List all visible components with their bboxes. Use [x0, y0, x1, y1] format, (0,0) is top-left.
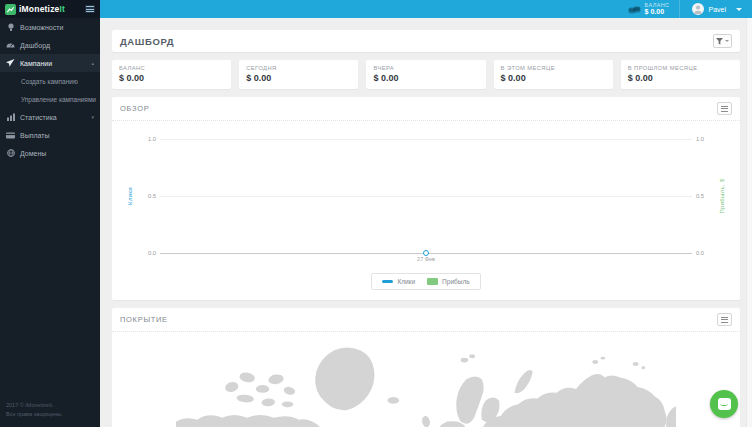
sidebar-item-label: Выплаты — [20, 132, 50, 139]
chat-widget-button[interactable] — [710, 390, 738, 418]
brand-name-accent: It — [60, 4, 66, 14]
credit-card-icon — [6, 132, 15, 139]
gauge-icon — [6, 41, 15, 49]
coins-icon — [628, 4, 641, 14]
stat-card-balance: БАЛАНС $ 0.00 — [112, 60, 231, 89]
overview-panel: ОБЗОР 1.0 0.5 0.0 1.0 0.5 0.0 Клики Приб… — [112, 97, 740, 300]
sidebar: iMonetizeIt Возможности Дашборд Кампании… — [0, 0, 100, 427]
chart-legend: Клики Прибыль — [371, 273, 480, 290]
chevron-down-icon: ▾ — [91, 115, 94, 120]
legend-label: Клики — [397, 278, 415, 285]
sidebar-toggle-icon[interactable] — [85, 5, 95, 13]
legend-item-profit[interactable]: Прибыль — [427, 278, 470, 285]
brand-logo[interactable]: iMonetizeIt — [0, 0, 100, 18]
page-header: ДАШБОРД — [112, 30, 740, 52]
stat-value: $ 0.00 — [246, 73, 351, 83]
sidebar-item-payouts[interactable]: Выплаты — [0, 126, 100, 144]
chevron-up-icon: ▴ — [91, 61, 94, 66]
sidebar-item-label: Дашборд — [20, 42, 50, 49]
overview-panel-header: ОБЗОР — [112, 97, 740, 121]
sidebar-item-campaigns[interactable]: Кампании ▴ — [0, 54, 100, 72]
stat-value: $ 0.00 — [628, 73, 733, 83]
sidebar-item-label: Статистика — [20, 114, 57, 121]
legend-row: Клики Прибыль — [112, 271, 740, 300]
clicks-swatch-icon — [382, 280, 393, 283]
sidebar-nav: Возможности Дашборд Кампании ▴ Создать к… — [0, 18, 100, 162]
funnel-icon — [716, 38, 723, 45]
brand-name: iMonetizeIt — [19, 4, 65, 14]
stat-value: $ 0.00 — [501, 73, 606, 83]
stat-value: $ 0.00 — [119, 73, 224, 83]
user-menu[interactable]: Pavel — [679, 0, 752, 18]
left-axis-title: Клики — [127, 187, 133, 205]
right-axis-title: Прибыль, $ — [719, 178, 725, 213]
stat-label: БАЛАНС — [119, 65, 224, 71]
chevron-down-icon — [725, 40, 729, 42]
legend-label: Прибыль — [442, 278, 470, 285]
right-axis-tick: 1.0 — [696, 136, 710, 142]
balance-widget[interactable]: БАЛАНС $ 0.00 — [618, 0, 680, 18]
gridline — [160, 196, 692, 197]
sidebar-subitem-create-campaign[interactable]: Создать кампанию — [0, 72, 100, 90]
globe-icon — [6, 149, 15, 157]
sidebar-item-opportunities[interactable]: Возможности — [0, 18, 100, 36]
paper-plane-icon — [6, 59, 15, 67]
right-axis-tick: 0.0 — [696, 250, 710, 256]
copyright-line: 2017 © iMonetizeIt. — [6, 401, 63, 410]
overview-chart: 1.0 0.5 0.0 1.0 0.5 0.0 Клики Прибыль, $… — [122, 121, 730, 271]
panel-menu-icon[interactable] — [717, 102, 732, 115]
coverage-map-container — [112, 332, 740, 427]
bulb-icon — [6, 23, 15, 32]
chevron-down-icon — [736, 8, 742, 11]
sidebar-footer: 2017 © iMonetizeIt. Все права защищены. — [6, 401, 63, 419]
world-map[interactable] — [176, 337, 676, 427]
sidebar-item-dashboard[interactable]: Дашборд — [0, 36, 100, 54]
sidebar-item-label: Кампании — [20, 60, 52, 67]
stat-card-last-month: В ПРОШЛОМ МЕСЯЦЕ $ 0.00 — [621, 60, 740, 89]
left-axis-tick: 1.0 — [142, 136, 156, 142]
gridline — [160, 139, 692, 140]
stat-card-this-month: В ЭТОМ МЕСЯЦЕ $ 0.00 — [494, 60, 613, 89]
stat-label: В ЭТОМ МЕСЯЦЕ — [501, 65, 606, 71]
chat-bubble-icon — [718, 398, 731, 410]
stats-row: БАЛАНС $ 0.00 СЕГОДНЯ $ 0.00 ВЧЕРА $ 0.0… — [112, 60, 740, 89]
overview-title: ОБЗОР — [120, 104, 149, 113]
x-axis-label: 27 Фев — [417, 256, 435, 262]
stat-label: В ПРОШЛОМ МЕСЯЦЕ — [628, 65, 733, 71]
sidebar-item-label: Возможности — [20, 24, 63, 31]
left-axis-tick: 0.5 — [142, 193, 156, 199]
balance-value: $ 0.00 — [645, 8, 670, 16]
panel-menu-icon[interactable] — [717, 313, 732, 326]
sidebar-subitem-label: Управление кампаниями — [21, 96, 96, 103]
stat-card-today: СЕГОДНЯ $ 0.00 — [239, 60, 358, 89]
coverage-panel-header: ПОКРЫТИЕ — [112, 308, 740, 332]
sidebar-item-domains[interactable]: Домены — [0, 144, 100, 162]
legend-item-clicks[interactable]: Клики — [382, 278, 415, 285]
rights-line: Все права защищены. — [6, 410, 63, 419]
scrollbar-track[interactable] — [746, 18, 752, 427]
topbar: БАЛАНС $ 0.00 Pavel — [100, 0, 752, 18]
page-title: ДАШБОРД — [120, 36, 174, 47]
stat-label: ВЧЕРА — [373, 65, 478, 71]
coverage-panel: ПОКРЫТИЕ — [112, 308, 740, 427]
sidebar-subitem-label: Создать кампанию — [21, 78, 78, 85]
avatar — [692, 3, 704, 15]
coverage-title: ПОКРЫТИЕ — [120, 315, 168, 324]
sidebar-item-label: Домены — [20, 150, 46, 157]
main-content: ДАШБОРД БАЛАНС $ 0.00 СЕГОДНЯ $ 0.00 ВЧЕ… — [100, 18, 752, 427]
campaigns-submenu: Создать кампанию Управление кампаниями — [0, 72, 100, 108]
stat-card-yesterday: ВЧЕРА $ 0.00 — [366, 60, 485, 89]
filter-button[interactable] — [713, 34, 732, 48]
user-name: Pavel — [708, 6, 726, 13]
bar-chart-icon — [6, 113, 15, 121]
stat-value: $ 0.00 — [373, 73, 478, 83]
sidebar-subitem-manage-campaigns[interactable]: Управление кампаниями — [0, 90, 100, 108]
sidebar-item-statistics[interactable]: Статистика ▾ — [0, 108, 100, 126]
left-axis-tick: 0.0 — [142, 250, 156, 256]
stat-label: СЕГОДНЯ — [246, 65, 351, 71]
profit-swatch-icon — [427, 278, 438, 285]
right-axis-tick: 0.5 — [696, 193, 710, 199]
brand-logo-icon — [5, 4, 16, 15]
